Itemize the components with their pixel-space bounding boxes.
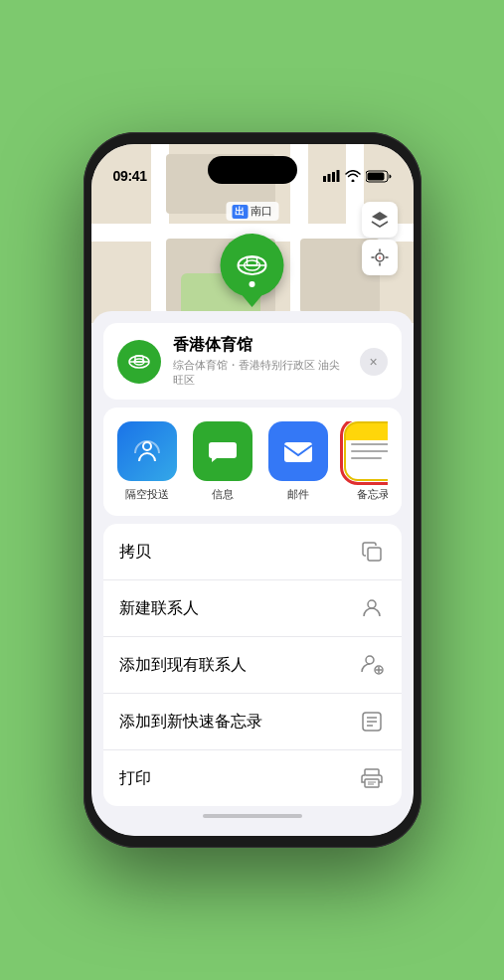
status-time: 09:41 [113, 168, 147, 184]
wifi-icon [345, 170, 361, 182]
airdrop-icon [117, 421, 177, 481]
messages-label: 信息 [212, 487, 234, 502]
airdrop-label: 隔空投送 [125, 487, 169, 502]
share-mail[interactable]: 邮件 [268, 421, 328, 502]
bottom-sheet: 香港体育馆 综合体育馆・香港特别行政区 油尖旺区 × [91, 311, 414, 836]
location-venue-icon [117, 340, 161, 384]
print-icon [358, 764, 386, 792]
map-controls [362, 202, 398, 275]
location-description: 综合体育馆・香港特别行政区 油尖旺区 [173, 358, 348, 388]
action-copy-label: 拷贝 [119, 542, 151, 563]
exit-tag: 出 [232, 205, 248, 219]
svg-rect-17 [368, 548, 381, 561]
notes-lines [351, 443, 387, 459]
mail-icon [268, 421, 328, 481]
action-add-note[interactable]: 添加到新快速备忘录 [103, 694, 402, 750]
pin-dot [250, 281, 255, 287]
compass-icon [371, 248, 389, 266]
map-layers-button[interactable] [362, 202, 398, 238]
home-indicator [91, 806, 414, 836]
action-add-note-label: 添加到新快速备忘录 [119, 712, 262, 733]
action-copy[interactable]: 拷贝 [103, 524, 402, 580]
location-name: 香港体育馆 [173, 335, 348, 356]
dynamic-island [208, 156, 297, 184]
phone-screen: 09:41 [91, 144, 414, 836]
map-north-exit-label: 出 南口 [226, 202, 278, 221]
venue-icon [126, 349, 152, 375]
action-add-existing-label: 添加到现有联系人 [119, 655, 247, 676]
location-info-card: 香港体育馆 综合体育馆・香港特别行政区 油尖旺区 × [103, 323, 402, 400]
share-items-list: 隔空投送 信息 [117, 421, 388, 502]
map-location-button[interactable] [362, 240, 398, 275]
phone-frame: 09:41 [84, 132, 421, 848]
share-row: 隔空投送 信息 [103, 408, 402, 516]
note-icon [358, 708, 386, 735]
messages-icon [193, 421, 252, 481]
svg-rect-16 [284, 442, 312, 462]
share-notes[interactable]: 备忘录 [344, 421, 388, 502]
svg-rect-3 [336, 170, 339, 182]
mail-label: 邮件 [287, 487, 309, 502]
close-icon: × [369, 354, 377, 370]
svg-rect-1 [327, 174, 330, 182]
layers-icon [370, 210, 390, 230]
svg-rect-28 [365, 779, 379, 787]
notes-icon [344, 421, 388, 481]
person-add-icon [358, 651, 386, 679]
close-button[interactable]: × [360, 348, 388, 376]
status-icons [323, 170, 392, 183]
location-text: 香港体育馆 综合体育馆・香港特别行政区 油尖旺区 [173, 335, 348, 388]
svg-point-19 [366, 656, 374, 664]
copy-icon [358, 538, 386, 566]
battery-icon [366, 170, 392, 183]
svg-rect-5 [367, 172, 384, 180]
action-list: 拷贝 新建联系人 [103, 524, 402, 806]
home-bar [203, 814, 302, 818]
action-print-label: 打印 [119, 768, 151, 789]
notes-label: 备忘录 [357, 487, 388, 502]
action-new-contact[interactable]: 新建联系人 [103, 580, 402, 637]
person-icon [358, 594, 386, 622]
signal-icon [323, 170, 340, 182]
stadium-icon [235, 247, 270, 283]
action-new-contact-label: 新建联系人 [119, 598, 199, 619]
svg-rect-2 [332, 172, 335, 182]
svg-rect-0 [323, 176, 326, 182]
share-airdrop[interactable]: 隔空投送 [117, 421, 177, 502]
pin-circle [221, 234, 284, 297]
svg-point-15 [143, 442, 151, 450]
svg-rect-27 [365, 769, 379, 775]
action-print[interactable]: 打印 [103, 750, 402, 806]
share-messages[interactable]: 信息 [193, 421, 252, 502]
svg-point-18 [368, 600, 376, 608]
action-add-existing-contact[interactable]: 添加到现有联系人 [103, 637, 402, 694]
